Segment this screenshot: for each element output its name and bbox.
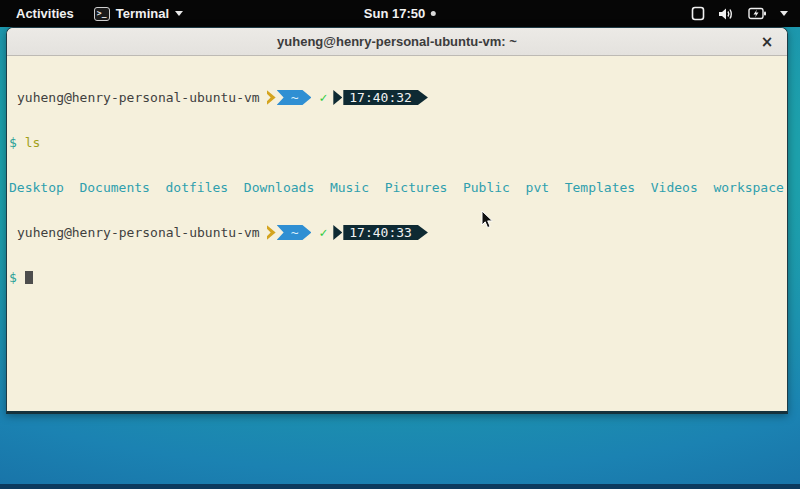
notification-dot [431,11,436,16]
app-menu-terminal[interactable]: >_ Terminal [94,6,183,21]
text-cursor [25,271,33,284]
typed-command: ls [25,135,41,150]
chevron-down-icon [780,11,788,16]
status-check-icon: ✓ [319,90,327,105]
prompt-user: yuheng@henry-personal-ubuntu-vm [17,225,260,240]
clock-menu[interactable]: Sun 17:50 [364,6,436,21]
powerline-arrow-icon [333,225,342,240]
powerline-chevron-icon [267,90,276,105]
window-title: yuheng@henry-personal-ubuntu-vm: ~ [277,34,517,49]
activities-button[interactable]: Activities [10,4,80,23]
app-menu-label: Terminal [116,6,169,21]
chevron-down-icon [175,11,183,16]
powerline-arrow-icon [333,90,342,105]
prompt-time-segment: 17:40:32 [343,90,428,105]
current-input-line: $ [9,270,785,285]
prompt-symbol: $ [9,135,17,150]
prompt-line: yuheng@henry-personal-ubuntu-vm ~ ✓ 17:4… [9,225,785,240]
top-bar-left: Activities >_ Terminal [0,4,183,23]
terminal-content[interactable]: yuheng@henry-personal-ubuntu-vm ~ ✓ 17:4… [7,56,787,411]
window-titlebar[interactable]: yuheng@henry-personal-ubuntu-vm: ~ × [7,28,787,56]
system-status-menu[interactable] [691,0,792,27]
clock-label: Sun 17:50 [364,6,425,21]
volume-icon [718,7,735,21]
terminal-window: yuheng@henry-personal-ubuntu-vm: ~ × yuh… [6,27,788,414]
prompt-cwd-segment: ~ [277,225,312,240]
top-bar: Activities >_ Terminal Sun 17:50 [0,0,800,27]
prompt-symbol: $ [9,270,17,285]
screen-bottom-edge [0,484,800,489]
terminal-app-icon: >_ [94,7,110,21]
prompt-user: yuheng@henry-personal-ubuntu-vm [17,90,260,105]
ls-output: Desktop Documents dotfiles Downloads Mus… [9,180,785,195]
command-line: $ ls [9,135,785,150]
prompt-cwd-segment: ~ [277,90,312,105]
powerline-chevron-icon [267,225,276,240]
prompt-line: yuheng@henry-personal-ubuntu-vm ~ ✓ 17:4… [9,90,785,105]
status-check-icon: ✓ [319,225,327,240]
battery-charging-icon [748,7,767,20]
close-button[interactable]: × [757,32,777,52]
prompt-time-segment: 17:40:33 [343,225,428,240]
display-icon [691,6,705,21]
